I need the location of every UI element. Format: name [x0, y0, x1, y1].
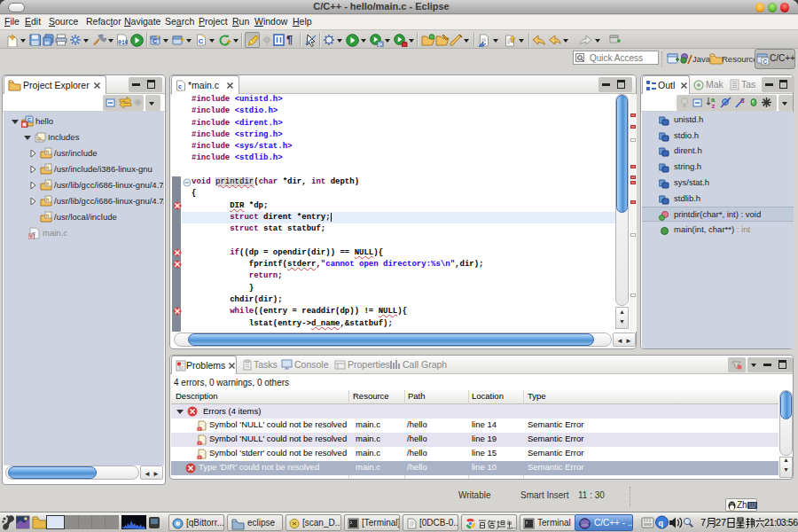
svg-text:Q: Q: [379, 42, 384, 47]
svg-text:c: c: [178, 83, 182, 90]
svg-text:C: C: [763, 59, 768, 65]
svg-text:z: z: [712, 102, 716, 108]
svg-text:h: h: [38, 136, 42, 141]
svg-text:010: 010: [118, 40, 128, 46]
svg-text:C: C: [199, 37, 204, 45]
svg-text:...: ...: [512, 521, 517, 529]
svg-text:q: q: [659, 519, 664, 528]
svg-text:C: C: [153, 38, 157, 44]
svg-text:C: C: [27, 117, 31, 122]
